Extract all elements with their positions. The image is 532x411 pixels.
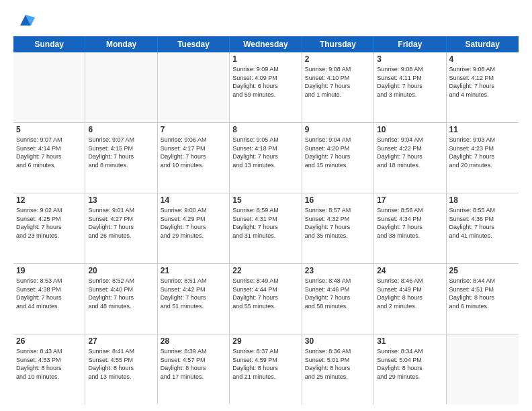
cell-text: Sunrise: 8:57 AM Sunset: 4:32 PM Dayligh… bbox=[305, 206, 371, 240]
cell-text: Sunrise: 9:06 AM Sunset: 4:17 PM Dayligh… bbox=[161, 136, 226, 169]
day-number: 11 bbox=[449, 125, 516, 134]
calendar-cell bbox=[158, 52, 230, 122]
cell-text: Sunrise: 8:51 AM Sunset: 4:42 PM Dayligh… bbox=[161, 277, 226, 310]
calendar-row: 12Sunrise: 9:02 AM Sunset: 4:25 PM Dayli… bbox=[13, 193, 519, 264]
calendar-row: 1Sunrise: 9:09 AM Sunset: 4:09 PM Daylig… bbox=[13, 52, 519, 123]
calendar-row: 5Sunrise: 9:07 AM Sunset: 4:14 PM Daylig… bbox=[13, 123, 519, 193]
day-number: 27 bbox=[88, 336, 154, 346]
day-number: 8 bbox=[232, 125, 298, 134]
calendar-cell: 16Sunrise: 8:57 AM Sunset: 4:32 PM Dayli… bbox=[302, 193, 374, 263]
calendar-body: 1Sunrise: 9:09 AM Sunset: 4:09 PM Daylig… bbox=[13, 52, 519, 404]
day-number: 12 bbox=[16, 195, 82, 205]
day-number: 28 bbox=[161, 336, 226, 346]
cell-text: Sunrise: 8:34 AM Sunset: 5:04 PM Dayligh… bbox=[377, 347, 443, 381]
day-number: 15 bbox=[232, 195, 298, 205]
calendar-cell: 29Sunrise: 8:37 AM Sunset: 4:59 PM Dayli… bbox=[230, 334, 302, 404]
day-number: 25 bbox=[449, 266, 516, 275]
calendar-header: SundayMondayTuesdayWednesdayThursdayFrid… bbox=[13, 36, 519, 52]
calendar-cell: 13Sunrise: 9:01 AM Sunset: 4:27 PM Dayli… bbox=[85, 193, 157, 263]
calendar-cell: 4Sunrise: 9:08 AM Sunset: 4:12 PM Daylig… bbox=[447, 52, 519, 122]
logo bbox=[13, 11, 35, 30]
calendar-cell: 31Sunrise: 8:34 AM Sunset: 5:04 PM Dayli… bbox=[374, 334, 446, 404]
calendar-header-cell: Thursday bbox=[302, 36, 374, 52]
calendar-cell: 3Sunrise: 9:08 AM Sunset: 4:11 PM Daylig… bbox=[374, 52, 446, 122]
calendar-cell: 27Sunrise: 8:41 AM Sunset: 4:55 PM Dayli… bbox=[85, 334, 157, 404]
cell-text: Sunrise: 9:04 AM Sunset: 4:22 PM Dayligh… bbox=[377, 136, 443, 169]
cell-text: Sunrise: 8:49 AM Sunset: 4:44 PM Dayligh… bbox=[232, 277, 298, 310]
calendar-cell: 20Sunrise: 8:52 AM Sunset: 4:40 PM Dayli… bbox=[85, 264, 157, 334]
calendar-cell: 26Sunrise: 8:43 AM Sunset: 4:53 PM Dayli… bbox=[13, 334, 85, 404]
calendar-cell bbox=[13, 52, 85, 122]
cell-text: Sunrise: 9:09 AM Sunset: 4:09 PM Dayligh… bbox=[232, 65, 298, 99]
calendar-cell: 7Sunrise: 9:06 AM Sunset: 4:17 PM Daylig… bbox=[158, 123, 230, 193]
calendar-cell: 9Sunrise: 9:04 AM Sunset: 4:20 PM Daylig… bbox=[302, 123, 374, 193]
cell-text: Sunrise: 8:37 AM Sunset: 4:59 PM Dayligh… bbox=[232, 347, 298, 381]
cell-text: Sunrise: 9:08 AM Sunset: 4:11 PM Dayligh… bbox=[377, 65, 443, 99]
cell-text: Sunrise: 8:55 AM Sunset: 4:36 PM Dayligh… bbox=[449, 206, 516, 240]
cell-text: Sunrise: 8:52 AM Sunset: 4:40 PM Dayligh… bbox=[88, 277, 154, 310]
calendar-cell: 23Sunrise: 8:48 AM Sunset: 4:46 PM Dayli… bbox=[302, 264, 374, 334]
day-number: 21 bbox=[161, 266, 226, 275]
calendar-cell: 15Sunrise: 8:59 AM Sunset: 4:31 PM Dayli… bbox=[230, 193, 302, 263]
calendar-cell: 18Sunrise: 8:55 AM Sunset: 4:36 PM Dayli… bbox=[447, 193, 519, 263]
logo-icon bbox=[16, 11, 35, 30]
cell-text: Sunrise: 8:43 AM Sunset: 4:53 PM Dayligh… bbox=[16, 347, 82, 381]
cell-text: Sunrise: 9:03 AM Sunset: 4:23 PM Dayligh… bbox=[449, 136, 516, 169]
cell-text: Sunrise: 9:02 AM Sunset: 4:25 PM Dayligh… bbox=[16, 206, 82, 240]
calendar-header-cell: Wednesday bbox=[230, 36, 302, 52]
calendar-row: 19Sunrise: 8:53 AM Sunset: 4:38 PM Dayli… bbox=[13, 264, 519, 334]
cell-text: Sunrise: 9:05 AM Sunset: 4:18 PM Dayligh… bbox=[232, 136, 298, 169]
cell-text: Sunrise: 9:00 AM Sunset: 4:29 PM Dayligh… bbox=[161, 206, 226, 240]
day-number: 24 bbox=[377, 266, 443, 275]
day-number: 6 bbox=[88, 125, 154, 134]
calendar-cell: 1Sunrise: 9:09 AM Sunset: 4:09 PM Daylig… bbox=[230, 52, 302, 122]
calendar-cell: 11Sunrise: 9:03 AM Sunset: 4:23 PM Dayli… bbox=[447, 123, 519, 193]
calendar-header-cell: Tuesday bbox=[158, 36, 230, 52]
cell-text: Sunrise: 8:53 AM Sunset: 4:38 PM Dayligh… bbox=[16, 277, 82, 310]
day-number: 10 bbox=[377, 125, 443, 134]
calendar-cell: 8Sunrise: 9:05 AM Sunset: 4:18 PM Daylig… bbox=[230, 123, 302, 193]
day-number: 26 bbox=[16, 336, 82, 346]
cell-text: Sunrise: 9:01 AM Sunset: 4:27 PM Dayligh… bbox=[88, 206, 154, 240]
cell-text: Sunrise: 9:07 AM Sunset: 4:15 PM Dayligh… bbox=[88, 136, 154, 169]
cell-text: Sunrise: 8:59 AM Sunset: 4:31 PM Dayligh… bbox=[232, 206, 298, 240]
day-number: 2 bbox=[305, 54, 371, 64]
calendar-cell: 22Sunrise: 8:49 AM Sunset: 4:44 PM Dayli… bbox=[230, 264, 302, 334]
day-number: 18 bbox=[449, 195, 516, 205]
calendar-cell: 25Sunrise: 8:44 AM Sunset: 4:51 PM Dayli… bbox=[447, 264, 519, 334]
calendar-header-cell: Sunday bbox=[13, 36, 85, 52]
calendar-row: 26Sunrise: 8:43 AM Sunset: 4:53 PM Dayli… bbox=[13, 334, 519, 404]
calendar-cell: 14Sunrise: 9:00 AM Sunset: 4:29 PM Dayli… bbox=[158, 193, 230, 263]
day-number: 17 bbox=[377, 195, 443, 205]
calendar-header-cell: Monday bbox=[85, 36, 157, 52]
day-number: 29 bbox=[232, 336, 298, 346]
cell-text: Sunrise: 9:08 AM Sunset: 4:10 PM Dayligh… bbox=[305, 65, 371, 99]
day-number: 4 bbox=[449, 54, 516, 64]
cell-text: Sunrise: 8:41 AM Sunset: 4:55 PM Dayligh… bbox=[88, 347, 154, 381]
day-number: 19 bbox=[16, 266, 82, 275]
day-number: 5 bbox=[16, 125, 82, 134]
day-number: 23 bbox=[305, 266, 371, 275]
cell-text: Sunrise: 8:56 AM Sunset: 4:34 PM Dayligh… bbox=[377, 206, 443, 240]
day-number: 3 bbox=[377, 54, 443, 64]
day-number: 22 bbox=[232, 266, 298, 275]
cell-text: Sunrise: 9:07 AM Sunset: 4:14 PM Dayligh… bbox=[16, 136, 82, 169]
calendar-cell: 21Sunrise: 8:51 AM Sunset: 4:42 PM Dayli… bbox=[158, 264, 230, 334]
header bbox=[13, 11, 519, 30]
calendar-cell: 28Sunrise: 8:39 AM Sunset: 4:57 PM Dayli… bbox=[158, 334, 230, 404]
day-number: 13 bbox=[88, 195, 154, 205]
calendar-cell: 30Sunrise: 8:36 AM Sunset: 5:01 PM Dayli… bbox=[302, 334, 374, 404]
calendar-header-cell: Friday bbox=[374, 36, 446, 52]
day-number: 7 bbox=[161, 125, 226, 134]
calendar-cell: 10Sunrise: 9:04 AM Sunset: 4:22 PM Dayli… bbox=[374, 123, 446, 193]
day-number: 30 bbox=[305, 336, 371, 346]
cell-text: Sunrise: 8:48 AM Sunset: 4:46 PM Dayligh… bbox=[305, 277, 371, 310]
day-number: 1 bbox=[232, 54, 298, 64]
calendar-cell bbox=[447, 334, 519, 404]
page: SundayMondayTuesdayWednesdayThursdayFrid… bbox=[0, 0, 532, 411]
calendar-cell: 17Sunrise: 8:56 AM Sunset: 4:34 PM Dayli… bbox=[374, 193, 446, 263]
cell-text: Sunrise: 8:36 AM Sunset: 5:01 PM Dayligh… bbox=[305, 347, 371, 381]
day-number: 20 bbox=[88, 266, 154, 275]
calendar-header-cell: Saturday bbox=[447, 36, 519, 52]
calendar: SundayMondayTuesdayWednesdayThursdayFrid… bbox=[13, 36, 519, 404]
